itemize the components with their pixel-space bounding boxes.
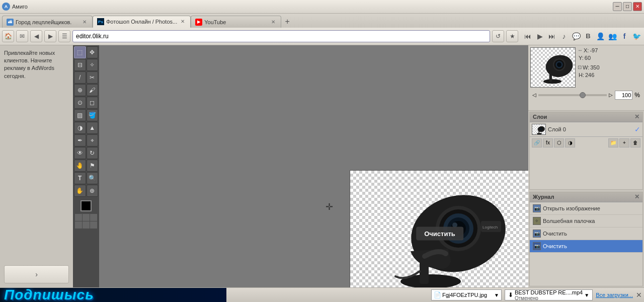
media-next-icon[interactable]: ⏭ bbox=[546, 31, 557, 42]
title-bar: A Амиго ─ □ ✕ bbox=[0, 0, 644, 14]
zoom-slider[interactable] bbox=[538, 94, 607, 96]
media-play-icon[interactable]: ▶ bbox=[534, 31, 545, 42]
clear-button[interactable]: Очистить bbox=[416, 226, 463, 240]
preset-4[interactable] bbox=[75, 221, 82, 229]
preset-3[interactable] bbox=[90, 214, 97, 221]
address-bar[interactable] bbox=[72, 30, 490, 42]
x-value: -97 bbox=[590, 47, 598, 53]
tool-wand[interactable]: ✧ bbox=[87, 59, 99, 71]
nav-email-button[interactable]: ✉ bbox=[16, 30, 28, 42]
tab-city[interactable]: 🏙 Город лецплейщиков. ✕ bbox=[2, 16, 93, 28]
tab-title-yt: YouTube bbox=[204, 19, 268, 25]
journal-icon-clear2: 📷 bbox=[533, 242, 541, 250]
downloads-link[interactable]: Все загрузки... bbox=[596, 292, 633, 298]
tool-hand2[interactable]: ✋ bbox=[74, 185, 86, 197]
reload-button[interactable]: ↺ bbox=[492, 30, 504, 42]
facebook-icon[interactable]: f bbox=[619, 31, 630, 42]
layer-visible-check[interactable]: ✓ bbox=[634, 125, 640, 133]
tab-close-yt[interactable]: ✕ bbox=[270, 19, 277, 26]
journal-item-wand[interactable]: ✧ Волшебная палочка bbox=[530, 215, 642, 228]
chat-icon[interactable]: 💬 bbox=[571, 31, 582, 42]
tool-row-6: ▨ 🪣 bbox=[74, 109, 98, 121]
tool-lasso[interactable]: ⊟ bbox=[74, 59, 86, 71]
tool-hand[interactable]: 🤚 bbox=[74, 160, 86, 172]
tool-path[interactable]: ⌖ bbox=[87, 134, 99, 146]
twitter-icon[interactable]: 🐦 bbox=[631, 31, 642, 42]
layer-toolbar: 🔗 fx ⬡ ◑ 📁 + 🗑 bbox=[530, 136, 642, 149]
friends-icon[interactable]: 👥 bbox=[607, 31, 618, 42]
bold-icon[interactable]: B bbox=[583, 31, 594, 42]
tool-slice[interactable]: ✂ bbox=[87, 71, 99, 84]
media-prev-icon[interactable]: ⏮ bbox=[522, 31, 533, 42]
download-dropdown-icon[interactable]: ▼ bbox=[584, 292, 589, 298]
tab-photoshop[interactable]: Ps Фотошоп Онлайн / Photos... ✕ bbox=[93, 16, 191, 28]
tool-zoom2[interactable]: ⊕ bbox=[87, 185, 99, 197]
layers-title: Слои bbox=[533, 114, 547, 120]
download-info: BEST DUBSTEP RE....mp4 Отменено bbox=[515, 289, 583, 301]
bookmark-button[interactable]: ★ bbox=[506, 30, 518, 42]
zoom-right-icon: ▷ bbox=[609, 92, 613, 98]
zoom-handle[interactable] bbox=[580, 92, 586, 98]
nav-home-button[interactable]: 🏠 bbox=[2, 30, 14, 42]
tool-note[interactable]: ⚑ bbox=[87, 160, 99, 172]
file-dropdown-icon[interactable]: ▼ bbox=[494, 292, 499, 298]
tool-move[interactable]: ✥ bbox=[87, 46, 99, 58]
preset-2[interactable] bbox=[83, 214, 90, 221]
user-icon[interactable]: 👤 bbox=[595, 31, 606, 42]
journal-item-clear1[interactable]: 📷 Очистить bbox=[530, 228, 642, 240]
layer-mask-button[interactable]: ⬡ bbox=[554, 138, 564, 147]
tool-rotate[interactable]: ↻ bbox=[87, 147, 99, 159]
tool-burn[interactable]: ▲ bbox=[87, 122, 99, 134]
browser-logo: A bbox=[2, 3, 10, 11]
tool-select[interactable]: ⬚ bbox=[74, 46, 86, 58]
layer-fx-button[interactable]: fx bbox=[543, 138, 553, 147]
tool-crop[interactable]: / bbox=[74, 71, 86, 84]
brush-presets bbox=[75, 214, 97, 229]
tool-bucket[interactable]: 🪣 bbox=[87, 109, 99, 121]
layer-link-button[interactable]: 🔗 bbox=[532, 138, 542, 147]
tool-text[interactable]: T bbox=[74, 172, 86, 184]
tab-youtube[interactable]: ▶ YouTube ✕ bbox=[191, 16, 281, 28]
journal-title: Журнал bbox=[533, 194, 554, 200]
layers-panel-header: Слои ✕ bbox=[530, 112, 642, 122]
coord-y: Y: 60 bbox=[578, 55, 642, 61]
preset-1[interactable] bbox=[75, 214, 82, 221]
layers-close-button[interactable]: ✕ bbox=[634, 113, 639, 120]
tool-brush[interactable]: 🖌 bbox=[87, 84, 99, 96]
journal-close-button[interactable]: ✕ bbox=[634, 193, 639, 200]
layer-new-button[interactable]: + bbox=[619, 138, 629, 147]
minimize-button[interactable]: ─ bbox=[613, 2, 622, 11]
layer-item[interactable]: Слой 0 ✓ bbox=[530, 122, 642, 136]
taskbar-close-button[interactable]: ✕ bbox=[636, 291, 642, 299]
tool-eye[interactable]: 👁 bbox=[74, 147, 86, 159]
journal-item-clear2[interactable]: 📷 Очистить bbox=[530, 240, 642, 253]
x-label: X: bbox=[584, 47, 589, 53]
tool-heal[interactable]: ⊕ bbox=[74, 84, 86, 96]
nav-menu-button[interactable]: ☰ bbox=[58, 30, 70, 42]
tool-zoom[interactable]: 🔍 bbox=[87, 172, 99, 184]
tool-eraser[interactable]: ◻ bbox=[87, 97, 99, 109]
nav-back-button[interactable]: ◀ bbox=[30, 30, 42, 42]
file-selector[interactable]: 📄 Fgj4FOEzTPU.jpg ▼ bbox=[431, 289, 502, 300]
tab-close-ps[interactable]: ✕ bbox=[179, 18, 186, 25]
tool-pen[interactable]: ✒ bbox=[74, 134, 86, 146]
layer-folder-button[interactable]: 📁 bbox=[608, 138, 618, 147]
preset-5[interactable] bbox=[83, 221, 90, 229]
tool-gradient[interactable]: ▨ bbox=[74, 109, 86, 121]
maximize-button[interactable]: □ bbox=[623, 2, 632, 11]
nav-forward-button[interactable]: ▶ bbox=[44, 30, 56, 42]
journal-item-open[interactable]: 📷 Открыть изображение bbox=[530, 202, 642, 215]
tab-close-city[interactable]: ✕ bbox=[81, 19, 88, 26]
music-icon[interactable]: ♪ bbox=[558, 31, 570, 42]
layer-adjust-button[interactable]: ◑ bbox=[565, 138, 575, 147]
ad-button[interactable]: › bbox=[4, 265, 69, 283]
download-area[interactable]: ⬇ BEST DUBSTEP RE....mp4 Отменено ▼ bbox=[505, 289, 593, 300]
foreground-color[interactable] bbox=[80, 200, 92, 211]
tool-dodge[interactable]: ◑ bbox=[74, 122, 86, 134]
new-tab-button[interactable]: + bbox=[281, 16, 293, 28]
zoom-input[interactable] bbox=[615, 91, 632, 100]
close-button[interactable]: ✕ bbox=[633, 2, 642, 11]
preset-6[interactable] bbox=[90, 221, 97, 229]
tool-clone[interactable]: ⊙ bbox=[74, 97, 86, 109]
layer-delete-button[interactable]: 🗑 bbox=[630, 138, 640, 147]
